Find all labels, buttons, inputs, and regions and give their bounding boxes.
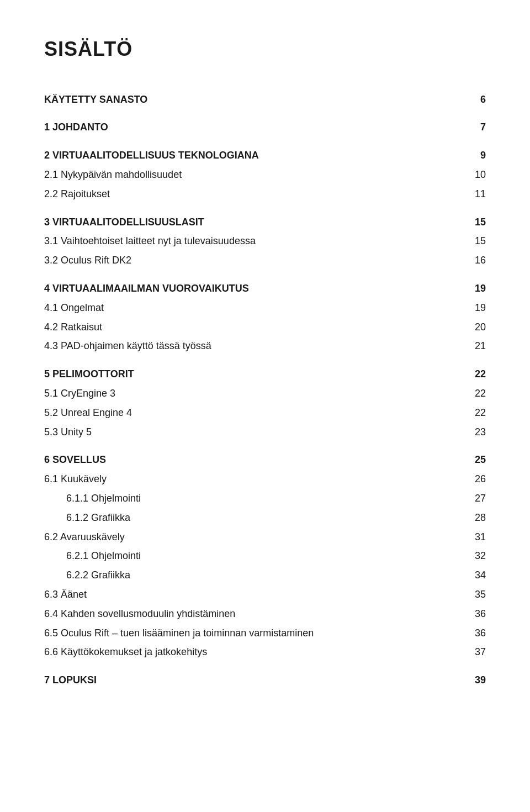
- toc-label-oculus-rift-tuki: 6.5 Oculus Rift – tuen lisääminen ja toi…: [44, 625, 464, 641]
- toc-label-avaruuskavely-grafiikka: 6.2.2 Grafiikka: [66, 567, 464, 583]
- toc-page-virtuaalitodellisuuslasit: 15: [464, 214, 486, 230]
- toc-item-kuukavely-grafiikka: 6.1.2 Grafiikka28: [44, 510, 486, 526]
- toc-label-avaruuskavely-ohjelmointi: 6.2.1 Ohjelmointi: [66, 548, 464, 564]
- toc-item-lopuksi: 7 LOPUKSI39: [44, 672, 486, 688]
- toc-item-nykypäivän-mahdollisuudet: 2.1 Nykypäivän mahdollisuudet10: [44, 167, 486, 183]
- toc-label-nykypäivän-mahdollisuudet: 2.1 Nykypäivän mahdollisuudet: [44, 167, 464, 183]
- toc-page-avaruuskavely-grafiikka: 34: [464, 567, 486, 583]
- toc-page-johdanto: 7: [464, 119, 486, 135]
- toc-item-virtuaalimaailman-vuorovaikutus: 4 VIRTUAALIMAAILMAN VUOROVAIKUTUS19: [44, 281, 486, 297]
- toc-page-pelimoottorit: 22: [464, 366, 486, 382]
- toc-item-kasitetty-sanasto: KÄYTETTY SANASTO6: [44, 92, 486, 108]
- toc-page-kuukavely-grafiikka: 28: [464, 510, 486, 526]
- table-of-contents: KÄYTETTY SANASTO61 JOHDANTO72 VIRTUAALIT…: [44, 92, 486, 688]
- toc-item-cryengine-3: 5.1 CryEngine 322: [44, 386, 486, 402]
- toc-page-kayttokokemukset-jatkokehitys: 37: [464, 644, 486, 660]
- toc-page-rajoitukset: 11: [464, 186, 486, 202]
- toc-page-vaihtoehtoiset-laitteet: 15: [464, 233, 486, 249]
- toc-item-vaihtoehtoiset-laitteet: 3.1 Vaihtoehtoiset laitteet nyt ja tulev…: [44, 233, 486, 249]
- toc-item-unreal-engine-4: 5.2 Unreal Engine 422: [44, 405, 486, 421]
- toc-label-unreal-engine-4: 5.2 Unreal Engine 4: [44, 405, 464, 421]
- toc-page-unity-5: 23: [464, 424, 486, 440]
- toc-label-kuukavely-ohjelmointi: 6.1.1 Ohjelmointi: [66, 491, 464, 507]
- toc-item-kahden-sovellusmoduulin-yhdistaminen: 6.4 Kahden sovellusmoduulin yhdistäminen…: [44, 606, 486, 622]
- toc-page-nykypäivän-mahdollisuudet: 10: [464, 167, 486, 183]
- toc-page-ongelmat: 19: [464, 300, 486, 316]
- toc-page-oculus-rift-dk2: 16: [464, 252, 486, 268]
- toc-item-ongelmat: 4.1 Ongelmat19: [44, 300, 486, 316]
- toc-item-sovellus: 6 SOVELLUS25: [44, 452, 486, 468]
- toc-label-pelimoottorit: 5 PELIMOOTTORIT: [44, 366, 464, 382]
- toc-label-oculus-rift-dk2: 3.2 Oculus Rift DK2: [44, 252, 464, 268]
- toc-page-avaruuskavely: 31: [464, 529, 486, 545]
- toc-page-virtuaalimaailman-vuorovaikutus: 19: [464, 281, 486, 297]
- toc-page-kasitetty-sanasto: 6: [464, 92, 486, 108]
- toc-item-aanet: 6.3 Äänet35: [44, 587, 486, 603]
- toc-item-johdanto: 1 JOHDANTO7: [44, 119, 486, 135]
- toc-label-kahden-sovellusmoduulin-yhdistaminen: 6.4 Kahden sovellusmoduulin yhdistäminen: [44, 606, 464, 622]
- toc-item-unity-5: 5.3 Unity 523: [44, 424, 486, 440]
- toc-item-virtuaalitodellisuus-teknologiana: 2 VIRTUAALITODELLISUUS TEKNOLOGIANA9: [44, 147, 486, 164]
- toc-label-unity-5: 5.3 Unity 5: [44, 424, 464, 440]
- toc-item-oculus-rift-tuki: 6.5 Oculus Rift – tuen lisääminen ja toi…: [44, 625, 486, 641]
- toc-label-johdanto: 1 JOHDANTO: [44, 119, 464, 135]
- toc-page-kahden-sovellusmoduulin-yhdistaminen: 36: [464, 606, 486, 622]
- toc-label-aanet: 6.3 Äänet: [44, 587, 464, 603]
- toc-item-ratkaisut: 4.2 Ratkaisut20: [44, 319, 486, 335]
- toc-label-cryengine-3: 5.1 CryEngine 3: [44, 386, 464, 402]
- toc-page-avaruuskavely-ohjelmointi: 32: [464, 548, 486, 564]
- toc-page-sovellus: 25: [464, 452, 486, 468]
- toc-page-pad-ohjaimen-kaytto: 21: [464, 338, 486, 354]
- toc-page-virtuaalitodellisuus-teknologiana: 9: [464, 147, 486, 164]
- toc-label-avaruuskavely: 6.2 Avaruuskävely: [44, 529, 464, 545]
- toc-label-virtuaalitodellisuus-teknologiana: 2 VIRTUAALITODELLISUUS TEKNOLOGIANA: [44, 147, 464, 164]
- toc-page-kuukavely-ohjelmointi: 27: [464, 491, 486, 507]
- toc-label-kuukavely-grafiikka: 6.1.2 Grafiikka: [66, 510, 464, 526]
- toc-item-pelimoottorit: 5 PELIMOOTTORIT22: [44, 366, 486, 382]
- toc-label-kuukavely: 6.1 Kuukävely: [44, 471, 464, 487]
- toc-item-avaruuskavely-grafiikka: 6.2.2 Grafiikka34: [44, 567, 486, 583]
- toc-item-avaruuskavely: 6.2 Avaruuskävely31: [44, 529, 486, 545]
- toc-label-rajoitukset: 2.2 Rajoitukset: [44, 186, 464, 202]
- toc-label-pad-ohjaimen-kaytto: 4.3 PAD-ohjaimen käyttö tässä työssä: [44, 338, 464, 354]
- toc-item-rajoitukset: 2.2 Rajoitukset11: [44, 186, 486, 202]
- toc-label-kayttokokemukset-jatkokehitys: 6.6 Käyttökokemukset ja jatkokehitys: [44, 644, 464, 660]
- toc-label-virtuaalitodellisuuslasit: 3 VIRTUAALITODELLISUUSLASIT: [44, 214, 464, 230]
- toc-label-ratkaisut: 4.2 Ratkaisut: [44, 319, 464, 335]
- toc-page-aanet: 35: [464, 587, 486, 603]
- toc-item-pad-ohjaimen-kaytto: 4.3 PAD-ohjaimen käyttö tässä työssä21: [44, 338, 486, 354]
- toc-label-virtuaalimaailman-vuorovaikutus: 4 VIRTUAALIMAAILMAN VUOROVAIKUTUS: [44, 281, 464, 297]
- toc-label-kasitetty-sanasto: KÄYTETTY SANASTO: [44, 92, 464, 108]
- toc-page-lopuksi: 39: [464, 672, 486, 688]
- toc-item-avaruuskavely-ohjelmointi: 6.2.1 Ohjelmointi32: [44, 548, 486, 564]
- toc-label-sovellus: 6 SOVELLUS: [44, 452, 464, 468]
- toc-page-unreal-engine-4: 22: [464, 405, 486, 421]
- toc-label-lopuksi: 7 LOPUKSI: [44, 672, 464, 688]
- toc-label-vaihtoehtoiset-laitteet: 3.1 Vaihtoehtoiset laitteet nyt ja tulev…: [44, 233, 464, 249]
- toc-page-ratkaisut: 20: [464, 319, 486, 335]
- toc-item-kuukavely: 6.1 Kuukävely26: [44, 471, 486, 487]
- toc-item-kayttokokemukset-jatkokehitys: 6.6 Käyttökokemukset ja jatkokehitys37: [44, 644, 486, 660]
- toc-page-oculus-rift-tuki: 36: [464, 625, 486, 641]
- toc-item-virtuaalitodellisuuslasit: 3 VIRTUAALITODELLISUUSLASIT15: [44, 214, 486, 230]
- toc-page-kuukavely: 26: [464, 471, 486, 487]
- toc-item-oculus-rift-dk2: 3.2 Oculus Rift DK216: [44, 252, 486, 268]
- toc-label-ongelmat: 4.1 Ongelmat: [44, 300, 464, 316]
- toc-page-cryengine-3: 22: [464, 386, 486, 402]
- toc-item-kuukavely-ohjelmointi: 6.1.1 Ohjelmointi27: [44, 491, 486, 507]
- page-title: SISÄLTÖ: [44, 33, 486, 65]
